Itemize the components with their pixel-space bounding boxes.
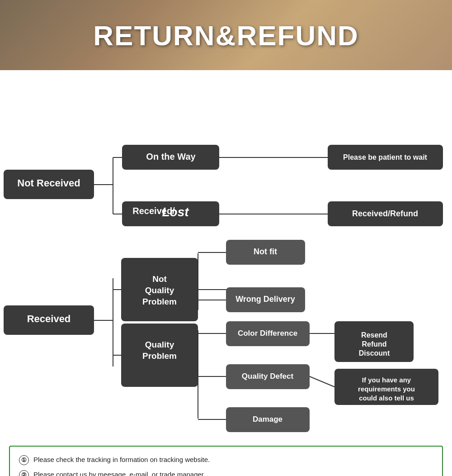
svg-text:Quality Defect: Quality Defect: [242, 372, 294, 381]
svg-text:Quality: Quality: [145, 286, 174, 295]
diagram-container: Not Received On the Way Please be patien…: [0, 70, 452, 441]
svg-text:Received/Refund: Received/Refund: [352, 209, 418, 218]
note-text-1: Please check the tracking in formation o…: [33, 455, 210, 465]
svg-text:Lost: Lost: [162, 205, 189, 219]
svg-text:Quality: Quality: [145, 340, 174, 349]
svg-line-50: [310, 376, 334, 387]
svg-text:Discount: Discount: [359, 349, 390, 357]
svg-text:could also tell us: could also tell us: [359, 394, 414, 402]
note-item-2: ② Please contact us by meesage, e-mail, …: [19, 470, 433, 476]
svg-text:Please be patient to wait: Please be patient to wait: [343, 153, 428, 161]
page-title: RETURN&REFUND: [93, 19, 358, 51]
svg-text:Not: Not: [152, 274, 167, 284]
note-item-1: ① Please check the tracking in formation…: [19, 455, 433, 465]
svg-text:Not Received: Not Received: [17, 177, 80, 189]
note-text-2: Please contact us by meesage, e-mail, or…: [33, 470, 205, 476]
svg-text:Color Difference: Color Difference: [238, 329, 297, 338]
svg-text:Problem: Problem: [142, 351, 177, 361]
header: RETURN&REFUND: [0, 0, 452, 70]
svg-text:requirements you: requirements you: [358, 385, 415, 393]
svg-text:Received: Received: [27, 313, 71, 324]
svg-text:Refund: Refund: [362, 340, 386, 348]
svg-text:Problem: Problem: [142, 297, 177, 306]
note-num-2: ②: [19, 470, 29, 476]
svg-text:Damage: Damage: [253, 415, 282, 424]
svg-text:Not fit: Not fit: [254, 247, 277, 256]
svg-text:On the Way: On the Way: [146, 152, 196, 162]
notes-box: ① Please check the tracking in formation…: [9, 446, 443, 476]
svg-text:Resend: Resend: [361, 331, 387, 339]
svg-text:If you have any: If you have any: [362, 376, 411, 384]
note-num-1: ①: [19, 455, 29, 465]
svg-text:Wrong Delivery: Wrong Delivery: [235, 295, 295, 304]
